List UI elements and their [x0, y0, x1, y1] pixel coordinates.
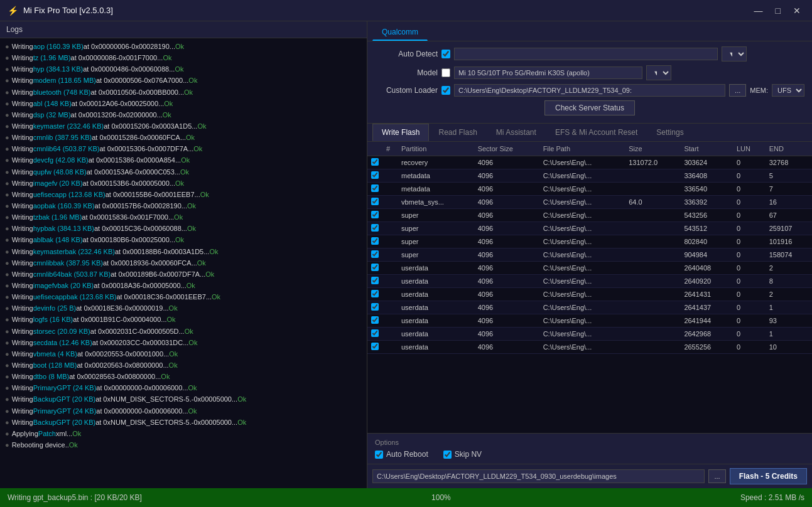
row-check-cell[interactable]	[367, 314, 382, 328]
model-input[interactable]	[454, 67, 642, 79]
close-button[interactable]: ✕	[789, 4, 804, 17]
row-start: 802840	[680, 235, 733, 248]
custom-loader-checkbox[interactable]	[441, 86, 450, 95]
flash-button[interactable]: Flash - 5 Credits	[730, 468, 807, 484]
row-checkbox[interactable]	[371, 290, 379, 297]
row-check-cell[interactable]	[367, 341, 382, 354]
row-checkbox[interactable]	[371, 329, 379, 337]
log-rest: at 0xNUM_DISK_SECTORS-5.-0x00005000...	[95, 393, 237, 405]
log-line: ●Writing logfs (16 KB) at 0x0001B91C-0x0…	[5, 314, 362, 325]
mem-select[interactable]: UFS	[772, 84, 804, 97]
log-dot: ●	[5, 109, 9, 120]
row-checkbox[interactable]	[371, 277, 379, 284]
row-partition: userdata	[398, 341, 474, 354]
auto-detect-input[interactable]	[454, 48, 718, 60]
log-name: PrimaryGPT (24 KB)	[33, 382, 97, 393]
row-checkbox[interactable]	[371, 343, 379, 350]
row-checkbox[interactable]	[371, 237, 379, 245]
mem-label: MEM:	[750, 87, 768, 94]
row-num	[382, 341, 398, 354]
log-rest: at 0x00000486-0x00060088...	[83, 63, 175, 75]
right-panel: Qualcomm Auto Detect ▼ Model ▼ Cu	[367, 21, 812, 488]
flash-browse-btn[interactable]: ...	[708, 469, 725, 483]
row-check-cell[interactable]	[367, 183, 382, 196]
log-line: ●Writing aopbak (160.39 KB) at 0x000157B…	[5, 200, 362, 211]
log-line: ●Writing BackupGPT (20 KB) at 0xNUM_DISK…	[5, 417, 362, 428]
row-check-cell[interactable]	[367, 169, 382, 183]
window-title: Mi Fix Pro Tool [v2.5.0.3]	[23, 6, 113, 15]
tab-mi-assistant[interactable]: Mi Assistant	[487, 124, 546, 141]
auto-detect-checkbox[interactable]	[441, 50, 450, 58]
row-lun: 0	[733, 275, 766, 288]
tab-efs-mi-account[interactable]: EFS & Mi Account Reset	[546, 124, 647, 141]
title-bar-controls: — □ ✕	[750, 4, 804, 17]
log-line: ●Writing hyp (384.13 KB) at 0x00000486-0…	[5, 63, 362, 75]
log-status: Ok	[175, 41, 184, 52]
log-name: BackupGPT (20 KB)	[33, 417, 95, 428]
row-checkbox[interactable]	[371, 198, 379, 205]
table-row: super 4096 C:\Users\Eng\... 904984 0 158…	[367, 248, 812, 262]
row-checkbox[interactable]	[371, 158, 379, 166]
row-sector: 4096	[474, 209, 539, 222]
log-text: Writing	[12, 75, 33, 86]
row-check-cell[interactable]	[367, 235, 382, 248]
log-name: hyp (384.13 KB)	[33, 63, 84, 75]
auto-detect-select[interactable]: ▼	[722, 46, 747, 61]
row-check-cell[interactable]	[367, 328, 382, 341]
skip-nv-checkbox[interactable]	[443, 451, 452, 459]
bottom-input-row: ... Flash - 5 Credits	[367, 464, 812, 488]
model-label: Model	[375, 68, 438, 77]
row-checkbox[interactable]	[371, 264, 379, 271]
qualcomm-tab[interactable]: Qualcomm	[372, 24, 428, 41]
row-checkbox[interactable]	[371, 171, 379, 179]
log-name: aopbak (160.39 KB)	[33, 200, 95, 211]
row-check-cell[interactable]	[367, 262, 382, 275]
row-lun: 0	[733, 183, 766, 196]
row-check-cell[interactable]	[367, 288, 382, 301]
row-checkbox[interactable]	[371, 316, 379, 324]
tab-read-flash[interactable]: Read Flash	[429, 124, 486, 141]
flash-path-input[interactable]	[372, 469, 705, 483]
row-checkbox[interactable]	[371, 250, 379, 258]
log-dot: ●	[5, 246, 9, 257]
row-end: 1	[766, 328, 812, 341]
log-name: tzbak (1.96 MB)	[33, 211, 82, 223]
row-checkbox[interactable]	[371, 303, 379, 311]
log-dot: ●	[5, 439, 9, 451]
row-check-cell[interactable]	[367, 222, 382, 235]
row-check-cell[interactable]	[367, 301, 382, 314]
skip-nv-option[interactable]: Skip NV	[443, 450, 482, 459]
model-checkbox[interactable]	[441, 68, 450, 77]
auto-reboot-checkbox[interactable]	[375, 451, 383, 459]
row-check-cell[interactable]	[367, 156, 382, 169]
log-rest: at 0x00018C36-0x0001EEB7...	[116, 291, 212, 302]
check-server-btn[interactable]: Check Server Status	[544, 100, 635, 115]
custom-loader-browse-btn[interactable]: ...	[729, 84, 746, 97]
auto-reboot-option[interactable]: Auto Reboot	[375, 450, 428, 459]
row-checkbox[interactable]	[371, 211, 379, 218]
maximize-button[interactable]: □	[772, 4, 784, 17]
row-sector: 4096	[474, 196, 539, 209]
tab-write-flash[interactable]: Write Flash	[372, 124, 429, 141]
log-status: Ok	[237, 417, 246, 428]
row-checkbox[interactable]	[371, 184, 379, 192]
row-lun: 0	[733, 328, 766, 341]
minimize-button[interactable]: —	[750, 4, 767, 17]
table-row: userdata 4096 C:\Users\Eng\... 2642968 0…	[367, 328, 812, 341]
row-filepath: C:\Users\Eng\...	[539, 288, 625, 301]
model-select[interactable]: ▼	[646, 65, 671, 80]
custom-loader-input[interactable]	[454, 84, 725, 97]
status-bar-content: Writing gpt_backup5.bin : [20 KB/20 KB] …	[8, 493, 804, 502]
row-num	[382, 235, 398, 248]
row-partition: vbmeta_sys...	[398, 196, 474, 209]
log-name: storsec (20.09 KB)	[33, 326, 90, 337]
row-size	[625, 209, 680, 222]
tab-settings[interactable]: Settings	[647, 124, 693, 141]
col-sector: Sector Size	[474, 142, 539, 156]
row-check-cell[interactable]	[367, 248, 382, 262]
row-end: 2	[766, 262, 812, 275]
row-check-cell[interactable]	[367, 275, 382, 288]
row-check-cell[interactable]	[367, 209, 382, 222]
row-checkbox[interactable]	[371, 224, 379, 232]
row-check-cell[interactable]	[367, 196, 382, 209]
